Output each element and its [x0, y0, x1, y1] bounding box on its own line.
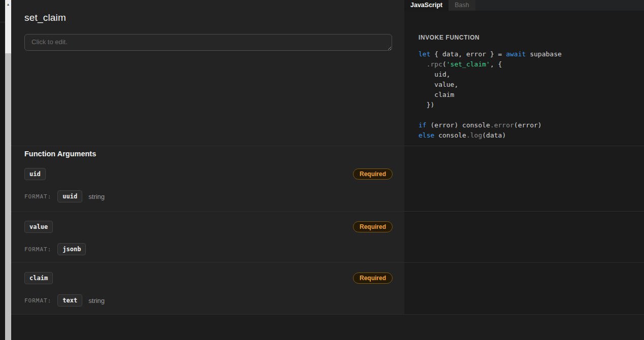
tab-javascript[interactable]: JavaScript — [404, 0, 448, 11]
scroll-up-button[interactable]: ▲ — [5, 0, 11, 8]
description-textarea[interactable] — [24, 34, 392, 51]
argument-format-row: FORMAT: text string — [24, 294, 393, 307]
panel-footer — [11, 315, 644, 340]
language-tabbar: JavaScript Bash — [404, 0, 644, 11]
argument-name-row: value Required — [24, 221, 393, 233]
argument-uid-content: Function Arguments uid Required FORMAT: … — [11, 146, 404, 211]
format-chip: text — [57, 294, 82, 307]
argument-name-row: claim Required — [24, 272, 393, 284]
argument-name-chip: value — [24, 221, 53, 233]
format-type: string — [88, 297, 105, 304]
format-type: string — [88, 193, 105, 200]
window-edge-divider — [0, 22, 5, 22]
tab-bash[interactable]: Bash — [448, 0, 475, 11]
function-header-left: set_claim — [11, 0, 404, 146]
argument-row-uid: Function Arguments uid Required FORMAT: … — [11, 146, 644, 212]
format-label: FORMAT: — [24, 193, 51, 200]
tabbar-spacer — [475, 0, 644, 11]
argument-row-value: value Required FORMAT: jsonb — [11, 212, 644, 263]
argument-claim-code-side — [404, 263, 644, 314]
window-edge — [0, 0, 5, 340]
function-header-row: set_claim JavaScript Bash INVOKE FUNCTIO… — [11, 0, 644, 146]
format-chip: jsonb — [57, 243, 86, 255]
argument-name-chip: claim — [24, 272, 53, 284]
format-label: FORMAT: — [24, 246, 51, 253]
invoke-function-heading: INVOKE FUNCTION — [418, 34, 639, 41]
argument-value-code-side — [404, 212, 644, 262]
argument-uid-code-side — [404, 146, 644, 211]
function-arguments-heading: Function Arguments — [24, 146, 393, 158]
api-docs-panel: set_claim JavaScript Bash INVOKE FUNCTIO… — [11, 0, 644, 340]
argument-value-content: value Required FORMAT: jsonb — [11, 212, 404, 262]
argument-row-claim: claim Required FORMAT: text string — [11, 263, 644, 315]
required-badge: Required — [353, 273, 393, 284]
arrow-up-icon: ▲ — [7, 3, 10, 6]
function-title: set_claim — [24, 12, 393, 23]
argument-claim-content: claim Required FORMAT: text string — [11, 263, 404, 314]
argument-format-row: FORMAT: uuid string — [24, 190, 393, 202]
argument-name-row: uid Required — [24, 168, 393, 180]
argument-format-row: FORMAT: jsonb — [24, 243, 393, 255]
code-area: INVOKE FUNCTION let { data, error } = aw… — [404, 11, 644, 141]
argument-name-chip: uid — [24, 168, 46, 180]
format-chip: uuid — [57, 190, 82, 202]
vertical-scrollbar[interactable]: ▲ — [5, 0, 11, 340]
code-panel: JavaScript Bash INVOKE FUNCTION let { da… — [404, 0, 644, 146]
required-badge: Required — [353, 221, 393, 232]
required-badge: Required — [353, 168, 393, 180]
format-label: FORMAT: — [24, 297, 51, 304]
scrollbar-thumb[interactable] — [5, 53, 11, 340]
code-block: let { data, error } = await supabase .rp… — [418, 49, 639, 141]
